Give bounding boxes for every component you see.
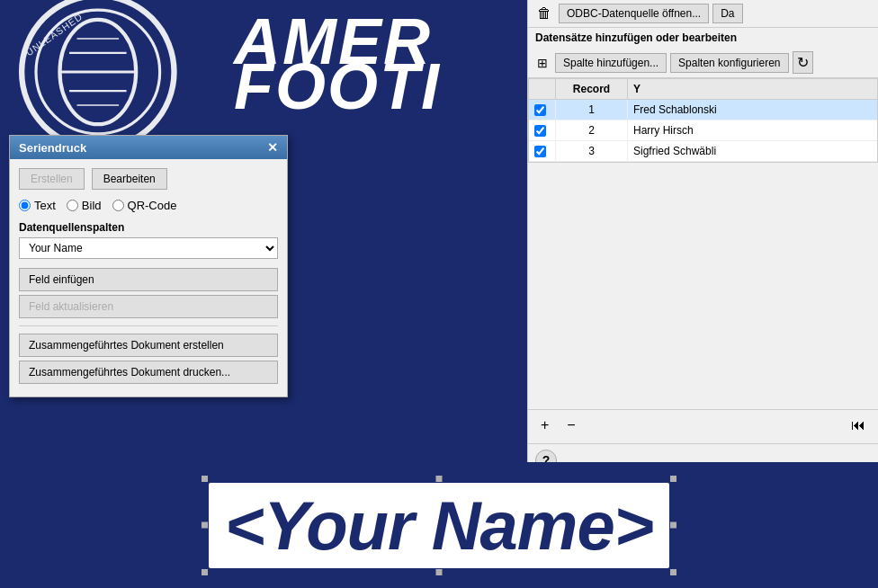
- feld-einfuegen-button[interactable]: Feld einfügen: [19, 268, 278, 291]
- grid-icon: ⊞: [533, 54, 551, 72]
- radio-bild-label: Bild: [82, 199, 102, 212]
- row-check-3[interactable]: [529, 141, 556, 161]
- dialog-title-bar: Seriendruck ✕: [10, 136, 287, 159]
- header-check: [529, 79, 556, 99]
- add-column-button[interactable]: Spalte hinzufügen...: [555, 53, 667, 73]
- dropdown-row: Your Name: [19, 237, 278, 259]
- radio-qrcode-label: QR-Code: [128, 199, 177, 212]
- corner-ml: [202, 522, 208, 529]
- datenquellenspalten-select[interactable]: Your Name: [19, 237, 278, 259]
- table-header: Record Y: [529, 79, 877, 100]
- corner-mr: [670, 522, 676, 529]
- bg-text-foot: FOOTI: [234, 49, 441, 123]
- remove-record-button[interactable]: −: [561, 415, 580, 435]
- dialog-close-button[interactable]: ✕: [267, 140, 278, 155]
- first-record-button[interactable]: ⏮: [846, 415, 871, 435]
- corner-tl: [202, 476, 208, 482]
- name-badge-text: <Your Name>: [205, 479, 673, 572]
- football-logo: LEASHED UNLEASHED: [0, 0, 261, 153]
- config-columns-button[interactable]: Spalten konfigurieren: [670, 53, 788, 73]
- row-name-1: Fred Schablonski: [628, 100, 877, 120]
- zusammen-drucken-button[interactable]: Zusammengeführtes Dokument drucken...: [19, 361, 278, 384]
- name-badge: <Your Name>: [205, 479, 673, 572]
- dialog-body: Erstellen Bearbeiten Text Bild QR-Code D…: [10, 159, 287, 396]
- corner-br: [670, 569, 676, 575]
- radio-group: Text Bild QR-Code: [19, 199, 278, 212]
- trash-icon[interactable]: 🗑: [533, 4, 555, 23]
- data-table: Record Y 1 Fred Schablonski 2 Harry Hirs…: [528, 78, 878, 163]
- table-row[interactable]: 3 Sigfried Schwäbli: [529, 141, 877, 162]
- radio-bild-input[interactable]: [67, 200, 78, 211]
- row-name-3: Sigfried Schwäbli: [628, 141, 877, 161]
- row-record-3: 3: [556, 141, 628, 161]
- radio-qrcode-input[interactable]: [112, 200, 124, 211]
- feld-aktualisieren-button[interactable]: Feld aktualisieren: [19, 295, 278, 318]
- refresh-icon[interactable]: ↻: [793, 51, 813, 74]
- radio-text-input[interactable]: [19, 200, 31, 211]
- row-record-1: 1: [556, 100, 628, 120]
- right-toolbar: 🗑 ODBC-Datenquelle öffnen... Da: [528, 0, 878, 28]
- da-button[interactable]: Da: [712, 4, 742, 23]
- row-check-2[interactable]: [529, 120, 556, 140]
- radio-qrcode[interactable]: QR-Code: [112, 199, 177, 212]
- columns-toolbar: ⊞ Spalte hinzufügen... Spalten konfiguri…: [528, 48, 878, 78]
- add-record-button[interactable]: +: [535, 415, 554, 435]
- name-display-area: <Your Name>: [0, 462, 878, 588]
- corner-tr: [670, 476, 676, 482]
- section-header: Datensätze hinzufügen oder bearbeiten: [528, 28, 878, 48]
- zusammen-erstellen-button[interactable]: Zusammengeführtes Dokument erstellen: [19, 334, 278, 357]
- radio-bild[interactable]: Bild: [67, 199, 102, 212]
- row-name-2: Harry Hirsch: [628, 120, 877, 140]
- odbc-button[interactable]: ODBC-Datenquelle öffnen...: [559, 4, 709, 23]
- bottom-toolbar: + − ⏮: [528, 409, 878, 441]
- corner-bl: [202, 569, 208, 575]
- radio-text-label: Text: [34, 199, 56, 212]
- right-panel: 🗑 ODBC-Datenquelle öffnen... Da Datensät…: [527, 0, 878, 477]
- radio-text[interactable]: Text: [19, 199, 56, 212]
- row-record-2: 2: [556, 120, 628, 140]
- seriendruck-dialog: Seriendruck ✕ Erstellen Bearbeiten Text …: [9, 135, 288, 397]
- dialog-separator: [19, 325, 278, 326]
- table-row[interactable]: 1 Fred Schablonski: [529, 100, 877, 120]
- corner-bm: [435, 569, 442, 575]
- corner-tm: [435, 476, 442, 482]
- row-check-1[interactable]: [529, 100, 556, 120]
- datenquellenspalten-label: Datenquellenspalten: [19, 221, 278, 234]
- table-row[interactable]: 2 Harry Hirsch: [529, 120, 877, 141]
- header-name: Y: [628, 79, 877, 99]
- erstellen-button[interactable]: Erstellen: [19, 168, 85, 190]
- dialog-actions-row: Erstellen Bearbeiten: [19, 168, 278, 190]
- dialog-title-text: Seriendruck: [19, 141, 86, 155]
- bearbeiten-button[interactable]: Bearbeiten: [92, 168, 167, 190]
- header-record: Record: [556, 79, 628, 99]
